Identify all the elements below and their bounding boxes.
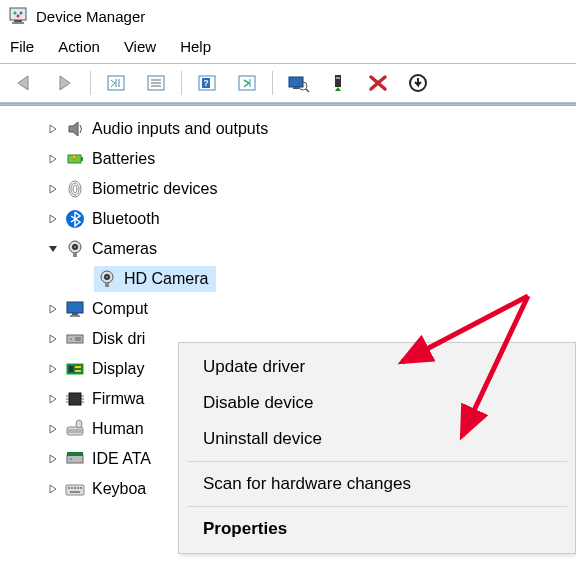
bluetooth-icon [64, 208, 86, 230]
chevron-right-icon[interactable] [44, 210, 62, 228]
svg-rect-49 [69, 393, 81, 405]
back-button[interactable] [6, 68, 44, 98]
tree-item-label: Audio inputs and outputs [92, 120, 268, 138]
svg-point-5 [17, 15, 20, 18]
context-menu: Update driver Disable device Uninstall d… [178, 342, 576, 554]
svg-rect-22 [335, 75, 341, 87]
svg-rect-69 [68, 487, 70, 489]
menu-action[interactable]: Action [58, 38, 100, 55]
show-hidden-button[interactable] [97, 68, 135, 98]
toolbar-separator [90, 71, 91, 95]
tree-item-label: Comput [92, 300, 148, 318]
properties-button[interactable] [137, 68, 175, 98]
monitor-icon [64, 298, 86, 320]
fingerprint-icon [64, 178, 86, 200]
tree-item-label: Cameras [92, 240, 157, 258]
ctx-separator [187, 506, 567, 507]
selected-item: HD Camera [94, 266, 216, 292]
toolbar: ? [0, 64, 576, 102]
hid-icon [64, 418, 86, 440]
menu-help[interactable]: Help [180, 38, 211, 55]
tree-item-label: Display [92, 360, 144, 378]
svg-rect-19 [293, 87, 299, 89]
titlebar: Device Manager [0, 0, 576, 32]
firmware-icon [64, 388, 86, 410]
help-button[interactable]: ? [188, 68, 226, 98]
tree-item-label: Batteries [92, 150, 155, 168]
display-adapter-icon [64, 358, 86, 380]
tree-item-label: Firmwa [92, 390, 144, 408]
svg-rect-40 [72, 313, 78, 315]
remove-device-button[interactable] [359, 68, 397, 98]
toolbar-separator [181, 71, 182, 95]
ctx-uninstall-device[interactable]: Uninstall device [179, 421, 575, 457]
chevron-right-icon[interactable] [44, 150, 62, 168]
menu-view[interactable]: View [124, 38, 156, 55]
svg-rect-70 [71, 487, 73, 489]
svg-point-4 [20, 12, 23, 15]
svg-rect-71 [74, 487, 76, 489]
device-manager-icon [8, 6, 28, 26]
svg-point-29 [73, 185, 77, 193]
chevron-right-icon[interactable] [44, 360, 62, 378]
svg-rect-39 [67, 302, 83, 313]
svg-rect-48 [75, 370, 81, 372]
ctx-scan-hardware[interactable]: Scan for hardware changes [179, 466, 575, 502]
tree-item-biometric[interactable]: Biometric devices [0, 174, 576, 204]
window-title: Device Manager [36, 8, 145, 25]
ctx-disable-device[interactable]: Disable device [179, 385, 575, 421]
tree-item-label: Bluetooth [92, 210, 160, 228]
svg-rect-23 [336, 77, 340, 79]
uninstall-device-button[interactable] [399, 68, 437, 98]
svg-rect-47 [75, 366, 81, 368]
svg-text:?: ? [203, 78, 209, 88]
ctx-update-driver[interactable]: Update driver [179, 349, 575, 385]
update-driver-button[interactable] [319, 68, 357, 98]
menu-file[interactable]: File [10, 38, 34, 55]
svg-rect-72 [77, 487, 79, 489]
svg-rect-18 [289, 77, 303, 87]
tree-item-label: Human [92, 420, 144, 438]
chevron-right-icon[interactable] [44, 420, 62, 438]
display-toggle-button[interactable] [279, 68, 317, 98]
chevron-down-icon[interactable] [44, 240, 62, 258]
svg-rect-2 [12, 22, 24, 24]
tree-item-label: HD Camera [124, 270, 208, 288]
svg-rect-26 [81, 157, 83, 161]
chevron-right-icon[interactable] [44, 300, 62, 318]
speaker-icon [64, 118, 86, 140]
tree-item-audio[interactable]: Audio inputs and outputs [0, 114, 576, 144]
menubar: File Action View Help [0, 32, 576, 63]
chevron-right-icon[interactable] [44, 330, 62, 348]
tree-item-batteries[interactable]: Batteries [0, 144, 576, 174]
ctx-properties[interactable]: Properties [179, 511, 575, 547]
scan-hardware-button[interactable] [228, 68, 266, 98]
chevron-right-icon[interactable] [44, 390, 62, 408]
chevron-right-icon[interactable] [44, 450, 62, 468]
svg-rect-16 [239, 76, 255, 90]
svg-rect-46 [69, 366, 73, 372]
camera-icon [64, 238, 86, 260]
tree-item-computer[interactable]: Comput [0, 294, 576, 324]
toolbar-separator [272, 71, 273, 95]
svg-line-21 [306, 89, 309, 92]
chevron-right-icon[interactable] [44, 480, 62, 498]
svg-point-37 [106, 276, 108, 278]
svg-rect-66 [67, 452, 83, 456]
tree-item-bluetooth[interactable]: Bluetooth [0, 204, 576, 234]
chevron-right-icon[interactable] [44, 180, 62, 198]
svg-rect-73 [80, 487, 82, 489]
svg-rect-65 [67, 455, 83, 463]
forward-button[interactable] [46, 68, 84, 98]
chevron-right-icon[interactable] [44, 120, 62, 138]
svg-rect-0 [10, 8, 26, 20]
tree-item-cameras[interactable]: Cameras [0, 234, 576, 264]
svg-rect-1 [14, 20, 22, 22]
camera-icon [96, 268, 118, 290]
tree-item-label: IDE ATA [92, 450, 151, 468]
svg-rect-68 [66, 485, 84, 495]
svg-rect-74 [70, 491, 80, 493]
keyboard-icon [64, 478, 86, 500]
svg-rect-44 [75, 337, 81, 341]
tree-item-hd-camera[interactable]: HD Camera [0, 264, 576, 294]
